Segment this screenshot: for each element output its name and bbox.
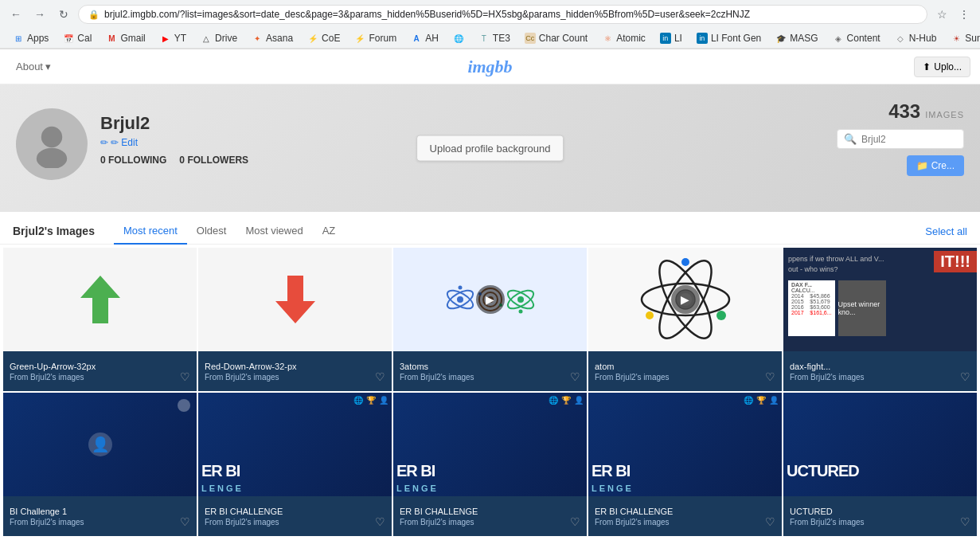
upload-icon: ⬆ xyxy=(923,61,931,72)
nav-right-section: ⬆ Uplo... xyxy=(914,57,970,77)
tab-oldest[interactable]: Oldest xyxy=(187,218,236,245)
bookmark-atomic[interactable]: ⚛ Atomic xyxy=(595,30,652,46)
heart-icon[interactable]: ♡ xyxy=(960,515,970,528)
image-name: Green-Up-Arrow-32px xyxy=(10,362,190,371)
bookmark-content-label: Content xyxy=(847,33,880,44)
image-preview-bi-1: 👤 xyxy=(3,393,197,496)
asana-icon: ✦ xyxy=(252,33,263,44)
bookmark-lifontgen[interactable]: in LI Font Gen xyxy=(690,30,767,46)
image-card-bi-3[interactable]: 🌐🏆👤 ER BI LENGE ER BI CHALLENGE From Brj… xyxy=(393,393,587,536)
bookmark-globe[interactable]: 🌐 xyxy=(447,30,470,46)
tab-most-viewed[interactable]: Most viewed xyxy=(236,218,312,245)
followers-label: FOLLOWERS xyxy=(187,155,248,166)
coe-icon: ⚡ xyxy=(307,33,318,44)
image-preview-bi-2: 🌐🏆👤 ER BI LENGE xyxy=(198,393,392,496)
bookmark-suntrust[interactable]: ☀ SunTrust xyxy=(944,30,980,46)
bookmark-nhub[interactable]: ◇ N-Hub xyxy=(888,30,943,46)
heart-icon[interactable]: ♡ xyxy=(765,515,775,528)
create-album-button[interactable]: 📁 Cre... xyxy=(907,155,964,176)
play-button-overlay[interactable]: ▶ xyxy=(476,285,505,314)
image-card-green-arrow[interactable]: Green-Up-Arrow-32px From Brjul2's images… xyxy=(3,248,197,391)
bookmark-charcount[interactable]: Cc Char Count xyxy=(518,30,594,46)
bookmark-drive[interactable]: △ Drive xyxy=(194,30,244,46)
lock-icon: 🔒 xyxy=(88,10,100,20)
image-preview-bi-4: 🌐🏆👤 ER BI LENGE xyxy=(588,393,782,496)
te3-icon: T xyxy=(478,33,490,44)
image-source: From Brjul2's images xyxy=(205,518,385,527)
yt-icon: ▶ xyxy=(160,33,171,44)
page-content: About ▾ imgbb ⬆ Uplo... Upload profile b… xyxy=(0,49,980,539)
heart-icon[interactable]: ♡ xyxy=(570,515,580,528)
bookmark-ah[interactable]: A AH xyxy=(404,30,445,46)
bookmark-atomic-label: Atomic xyxy=(616,33,646,44)
image-source: From Brjul2's images xyxy=(400,373,580,382)
select-all-link[interactable]: Select all xyxy=(925,225,967,237)
bookmark-gmail[interactable]: M Gmail xyxy=(100,30,151,46)
image-info-atoms: 3atoms From Brjul2's images xyxy=(393,351,587,391)
upload-background-button[interactable]: Upload profile background xyxy=(416,135,564,162)
upload-button[interactable]: ⬆ Uplo... xyxy=(914,57,970,77)
image-name: Red-Down-Arrow-32-px xyxy=(205,362,385,371)
bookmark-cal[interactable]: 📅 Cal xyxy=(57,30,98,46)
image-card-atom[interactable]: ▶ atom From Brjul2's images ♡ xyxy=(588,248,782,391)
bookmark-coe[interactable]: ⚡ CoE xyxy=(301,30,346,46)
image-card-red-arrow[interactable]: Red-Down-Arrow-32-px From Brjul2's image… xyxy=(198,248,392,391)
forward-button[interactable]: → xyxy=(30,5,49,24)
bookmark-masg[interactable]: 🎓 MASG xyxy=(769,30,824,46)
following-count: 0 xyxy=(100,155,106,166)
image-grid: Green-Up-Arrow-32px From Brjul2's images… xyxy=(0,245,980,539)
image-card-bi-2[interactable]: 🌐🏆👤 ER BI LENGE ER BI CHALLENGE From Brj… xyxy=(198,393,392,536)
followers-stat: 0 FOLLOWERS xyxy=(179,155,248,166)
edit-profile-link[interactable]: ✏ ✏ Edit xyxy=(100,137,248,148)
bookmark-nhub-label: N-Hub xyxy=(909,33,937,44)
image-card-dax[interactable]: IT!!! ppens if we throw ALL and V...out … xyxy=(783,248,977,391)
address-bar[interactable]: 🔒 brjul2.imgbb.com/?list=images&sort=dat… xyxy=(78,5,927,24)
bookmark-content[interactable]: ◈ Content xyxy=(826,30,887,46)
image-card-bi-1[interactable]: 👤 BI Challenge 1 From Brjul2's images ♡ xyxy=(3,393,197,536)
profile-avatar xyxy=(16,108,88,180)
heart-icon[interactable]: ♡ xyxy=(570,370,580,383)
browser-menu-button[interactable]: ⋮ xyxy=(955,5,974,24)
bookmark-masg-label: MASG xyxy=(790,33,818,44)
tabs-area: Brjul2's Images Most recent Oldest Most … xyxy=(0,212,980,245)
dax-table: DAX F... CALCU... 2014 $45,866 2015 $51,… xyxy=(783,280,977,336)
heart-icon[interactable]: ♡ xyxy=(765,370,775,383)
image-name: UCTURED xyxy=(790,507,970,516)
heart-icon[interactable]: ♡ xyxy=(960,370,970,383)
bi-content: 👤 xyxy=(88,393,112,496)
image-info-atom: atom From Brjul2's images xyxy=(588,351,782,391)
masg-icon: 🎓 xyxy=(775,33,787,44)
image-preview-atom: ▶ xyxy=(588,248,782,351)
bookmark-asana[interactable]: ✦ Asana xyxy=(245,30,299,46)
about-menu[interactable]: About ▾ xyxy=(10,57,57,76)
browser-chrome: ← → ↻ 🔒 brjul2.imgbb.com/?list=images&so… xyxy=(0,0,980,49)
heart-icon[interactable]: ♡ xyxy=(180,515,190,528)
play-button-overlay[interactable]: ▶ xyxy=(671,285,700,314)
heart-icon[interactable]: ♡ xyxy=(180,370,190,383)
heart-icon[interactable]: ♡ xyxy=(375,515,385,528)
image-card-uctured[interactable]: UCTURED UCTURED From Brjul2's images ♡ xyxy=(783,393,977,536)
bookmark-forum[interactable]: ⚡ Forum xyxy=(348,30,403,46)
reload-button[interactable]: ↻ xyxy=(54,5,73,24)
bookmark-coe-label: CoE xyxy=(322,33,340,44)
bookmark-star-button[interactable]: ☆ xyxy=(932,5,951,24)
back-button[interactable]: ← xyxy=(6,5,25,24)
search-input[interactable] xyxy=(861,134,957,145)
bookmark-te3[interactable]: T TE3 xyxy=(472,30,517,46)
heart-icon[interactable]: ♡ xyxy=(375,370,385,383)
bookmark-li[interactable]: in LI xyxy=(654,30,689,46)
bookmark-apps[interactable]: ⊞ Apps xyxy=(6,30,55,46)
image-source: From Brjul2's images xyxy=(400,518,580,527)
image-card-bi-4[interactable]: 🌐🏆👤 ER BI LENGE ER BI CHALLENGE From Brj… xyxy=(588,393,782,536)
bookmark-ah-label: AH xyxy=(425,33,439,44)
image-source: From Brjul2's images xyxy=(10,518,190,527)
images-count-bar: 433 IMAGES 🔍 📁 Cre... xyxy=(837,100,964,176)
atomic-icon: ⚛ xyxy=(602,33,613,44)
tab-az[interactable]: AZ xyxy=(313,218,346,245)
bookmark-yt[interactable]: ▶ YT xyxy=(154,30,193,46)
image-card-atoms[interactable]: ▶ 3atoms From Brjul2's images ♡ xyxy=(393,248,587,391)
svg-point-0 xyxy=(41,127,62,147)
tab-most-recent[interactable]: Most recent xyxy=(114,218,187,245)
image-search-box[interactable]: 🔍 xyxy=(837,129,964,149)
drive-icon: △ xyxy=(201,33,212,44)
